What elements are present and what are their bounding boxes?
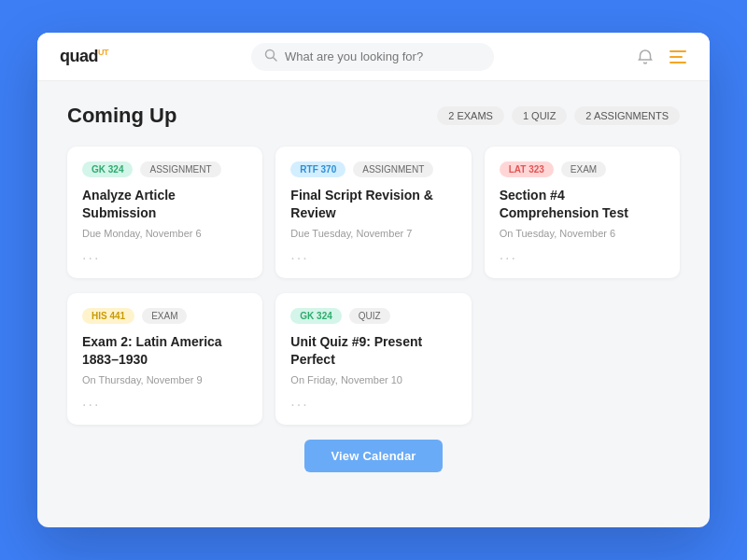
card-comprehension-test[interactable]: LAT 323 EXAM Section #4 Comprehension Te… <box>485 147 680 278</box>
card-tags: GK 324 QUIZ <box>290 308 456 324</box>
type-tag: EXAM <box>142 308 187 324</box>
exams-badge: 2 EXAMS <box>437 106 504 125</box>
main-content: Coming Up 2 EXAMS 1 QUIZ 2 ASSIGNMENTS G… <box>37 81 710 527</box>
logo: quadUT <box>60 47 108 66</box>
course-tag: GK 324 <box>290 308 341 324</box>
card-dots: ... <box>82 246 247 263</box>
search-icon <box>264 49 277 65</box>
card-date: On Friday, November 10 <box>290 374 456 385</box>
assignments-badge: 2 ASSIGNMENTS <box>574 106 680 125</box>
section-header: Coming Up 2 EXAMS 1 QUIZ 2 ASSIGNMENTS <box>67 104 680 128</box>
logo-text: quad <box>60 47 98 65</box>
card-date: Due Monday, November 6 <box>82 228 247 239</box>
card-unit-quiz[interactable]: GK 324 QUIZ Unit Quiz #9: Present Perfec… <box>275 293 471 425</box>
card-placeholder <box>485 293 680 425</box>
quiz-badge: 1 QUIZ <box>512 106 567 125</box>
cards-row-2: HIS 441 EXAM Exam 2: Latin America 1883–… <box>67 293 680 425</box>
type-tag: ASSIGNMENT <box>353 161 433 177</box>
card-date: Due Tuesday, November 7 <box>290 228 456 239</box>
card-tags: LAT 323 EXAM <box>500 161 665 177</box>
section-badges: 2 EXAMS 1 QUIZ 2 ASSIGNMENTS <box>437 106 680 125</box>
view-calendar-button[interactable]: View Calendar <box>304 440 442 472</box>
header-actions <box>637 49 687 65</box>
course-tag: LAT 323 <box>500 161 554 177</box>
notifications-button[interactable] <box>637 49 654 65</box>
type-tag: ASSIGNMENT <box>140 161 220 177</box>
search-bar <box>108 43 637 71</box>
footer-button-wrap: View Calendar <box>67 440 680 472</box>
type-tag: EXAM <box>561 161 606 177</box>
card-title: Unit Quiz #9: Present Perfect <box>290 333 456 369</box>
logo-sup: UT <box>98 48 108 57</box>
card-date: On Thursday, November 9 <box>82 374 247 385</box>
cards-row-1: GK 324 ASSIGNMENT Analyze Article Submis… <box>67 147 680 278</box>
search-inner <box>251 43 494 71</box>
card-dots: ... <box>290 393 456 410</box>
card-latin-america-exam[interactable]: HIS 441 EXAM Exam 2: Latin America 1883–… <box>67 293 262 425</box>
type-tag: QUIZ <box>349 308 390 324</box>
card-dots: ... <box>500 246 665 263</box>
card-title: Analyze Article Submission <box>82 187 247 222</box>
card-dots: ... <box>82 393 247 410</box>
app-window: quadUT <box>37 33 710 527</box>
card-date: On Tuesday, November 6 <box>500 228 665 239</box>
course-tag: RTF 370 <box>290 161 345 177</box>
card-dots: ... <box>290 246 456 263</box>
card-tags: GK 324 ASSIGNMENT <box>82 161 247 177</box>
card-title: Final Script Revision & Review <box>290 187 456 222</box>
course-tag: GK 324 <box>82 161 133 177</box>
menu-button[interactable] <box>669 49 687 64</box>
card-title: Section #4 Comprehension Test <box>500 187 665 222</box>
section-title: Coming Up <box>67 104 176 128</box>
svg-line-1 <box>274 57 277 61</box>
search-input[interactable] <box>285 49 481 63</box>
course-tag: HIS 441 <box>82 308 134 324</box>
card-title: Exam 2: Latin America 1883–1930 <box>82 333 247 369</box>
card-final-script[interactable]: RTF 370 ASSIGNMENT Final Script Revision… <box>275 147 471 278</box>
header: quadUT <box>37 33 710 81</box>
card-tags: HIS 441 EXAM <box>82 308 247 324</box>
card-analyze-article[interactable]: GK 324 ASSIGNMENT Analyze Article Submis… <box>67 147 262 278</box>
card-tags: RTF 370 ASSIGNMENT <box>290 161 456 177</box>
